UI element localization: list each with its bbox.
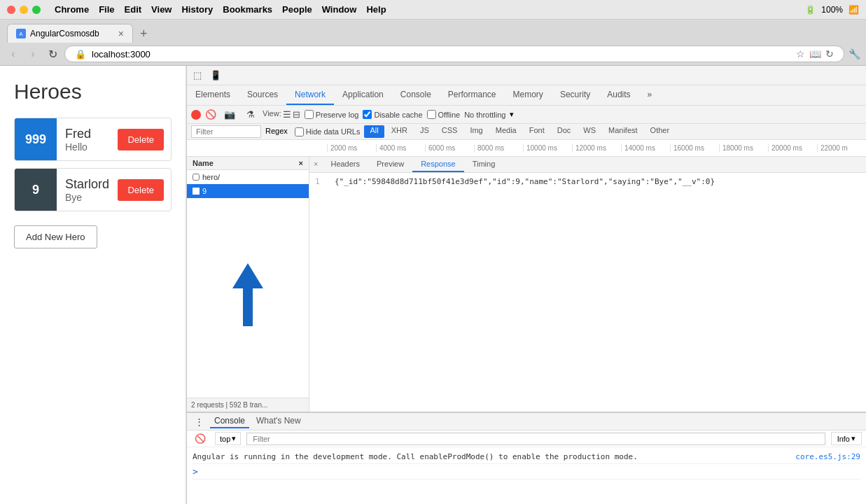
tab-application[interactable]: Application [334,85,392,105]
console-filter-input[interactable] [246,433,825,445]
console-level-label: Info [837,435,850,443]
tab-network[interactable]: Network [286,85,334,105]
filter-xhr[interactable]: XHR [386,125,413,138]
filter-js[interactable]: JS [414,125,435,138]
filter-input[interactable] [191,125,261,138]
request-indicator-1 [193,188,200,195]
tab-audits[interactable]: Audits [599,85,638,105]
menu-file[interactable]: File [99,4,114,15]
preserve-log-checkbox[interactable]: Preserve log [305,110,359,119]
console-clear-button[interactable]: 🚫 [191,432,209,445]
console-msg-src-0[interactable]: core.es5.js:29 [795,452,860,461]
offline-checkbox[interactable]: Offline [427,110,461,119]
menu-view[interactable]: View [151,4,172,15]
filter-ws[interactable]: WS [578,125,601,138]
maximize-button[interactable] [32,6,41,14]
response-tab-timing[interactable]: Timing [464,157,504,172]
response-close-button[interactable]: × [309,157,322,172]
disable-cache-checkbox[interactable]: Disable cache [363,110,422,119]
device-toolbar-button[interactable]: 📱 [207,69,225,82]
filter-doc[interactable]: Doc [552,125,577,138]
refresh-icon[interactable]: ↻ [825,48,834,59]
tab-favicon: A [16,29,26,38]
menu-help[interactable]: Help [366,4,386,15]
filter-all[interactable]: All [364,125,384,138]
mark-2: 6000 ms [425,144,474,152]
filter-css[interactable]: CSS [436,125,463,138]
hide-data-urls-input[interactable] [295,127,304,136]
filter-button[interactable]: ⚗ [243,108,258,121]
add-hero-button[interactable]: Add New Hero [14,225,97,248]
delete-hero-1-button[interactable]: Delete [118,179,164,201]
tab-sources[interactable]: Sources [239,85,286,105]
request-name-0: hero/ [202,173,220,181]
menu-chrome[interactable]: Chrome [55,4,89,15]
list-view-button[interactable]: ☰ [283,109,291,120]
console-top-selector[interactable]: top ▾ [215,432,241,445]
record-button[interactable] [191,110,201,120]
hero-info-1: Starlord Bye [57,172,118,209]
no-throttle-label: No throttling [464,111,505,119]
menu-edit[interactable]: Edit [125,4,142,15]
request-item-0[interactable]: hero/ [187,170,309,184]
bookmark-icon[interactable]: ☆ [796,48,805,59]
menu-window[interactable]: Window [322,4,357,15]
close-button[interactable] [7,6,15,14]
new-tab-button[interactable]: + [134,27,153,41]
tab-security[interactable]: Security [552,85,599,105]
filter-media[interactable]: Media [490,125,522,138]
clear-button[interactable]: 🚫 [205,109,216,120]
console-prompt-icon: > [193,466,198,477]
extensions-icon[interactable]: 🔧 [848,48,860,59]
menu-people[interactable]: People [282,4,312,15]
large-view-button[interactable]: ⊟ [293,109,300,120]
response-tabs: × Headers Preview Response Timing [309,157,866,173]
mark-0: 2000 ms [327,144,376,152]
request-item-1[interactable]: 9 [187,184,309,198]
preserve-log-input[interactable] [305,110,314,119]
devtools-tabs: Elements Sources Network Application Con… [187,85,866,106]
delete-hero-0-button[interactable]: Delete [118,129,164,150]
browser-tab[interactable]: A AngularCosmosdb × [7,24,133,43]
throttle-chevron-icon[interactable]: ▾ [510,110,514,119]
console-options-button[interactable]: ⋮ [191,415,207,428]
inspect-element-button[interactable]: ⬚ [190,69,205,82]
request-checkbox-0[interactable] [193,174,200,181]
response-tab-response[interactable]: Response [412,157,464,172]
filter-img[interactable]: Img [464,125,488,138]
filter-other[interactable]: Other [645,125,676,138]
mark-6: 14000 ms [621,144,670,152]
address-bar[interactable]: 🔒 localhost:3000 ☆ 📖 ↻ [64,46,844,62]
tab-console[interactable]: Console [392,85,440,105]
forward-button[interactable]: › [25,46,41,62]
reader-icon[interactable]: 📖 [809,48,821,59]
response-tab-preview[interactable]: Preview [368,157,412,172]
view-icons: View: ☰ ⊟ [263,109,300,120]
whats-new-tab[interactable]: What's New [252,414,305,428]
console-tab[interactable]: Console [210,414,249,428]
tab-more[interactable]: » [639,85,661,105]
menu-bookmarks[interactable]: Bookmarks [223,4,272,15]
minimize-button[interactable] [20,6,28,14]
offline-input[interactable] [427,110,436,119]
filter-font[interactable]: Font [524,125,550,138]
mark-3: 8000 ms [474,144,523,152]
menu-history[interactable]: History [181,4,213,15]
camera-button[interactable]: 📷 [221,108,239,121]
tab-performance[interactable]: Performance [440,85,505,105]
hero-saying-1: Bye [65,192,109,203]
disable-cache-input[interactable] [363,110,372,119]
tab-elements[interactable]: Elements [187,85,239,105]
response-tab-headers[interactable]: Headers [322,157,368,172]
hide-data-urls-label[interactable]: Hide data URLs [292,125,363,138]
tab-memory[interactable]: Memory [505,85,552,105]
reload-button[interactable]: ↻ [45,46,60,62]
response-content: 1 {"_id":"59848d8d711bf50f41e3d9ef","id"… [309,173,866,412]
filter-manifest[interactable]: Manifest [603,125,643,138]
hero-card-1: 9 Starlord Bye Delete [14,168,172,211]
regex-pill[interactable]: Regex [263,125,291,138]
tab-close-button[interactable]: × [118,28,124,39]
back-button[interactable]: ‹ [6,46,21,62]
close-col-header[interactable]: × [299,159,303,167]
console-level-select[interactable]: Info ▾ [831,432,862,445]
